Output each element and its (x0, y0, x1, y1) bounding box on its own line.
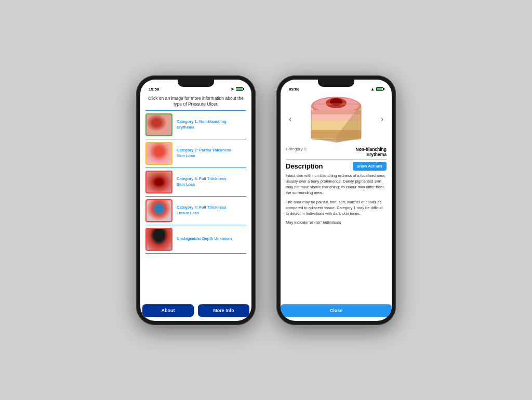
battery-icon (236, 87, 243, 91)
arrow-icon: ➤ (231, 87, 234, 92)
category-info-row: Category 1: Non-blanching Erythema (286, 147, 387, 160)
category-list: Category 1: Non-blanchingErythema Catego… (145, 110, 246, 300)
phone1-notch (178, 80, 214, 87)
category-name: Non-blanching Erythema (335, 147, 387, 157)
cat2-image[interactable] (145, 142, 172, 165)
cat4-image[interactable] (145, 199, 172, 222)
cat1-label: Category 1: Non-blanchingErythema (177, 119, 227, 130)
cat3-image[interactable] (145, 171, 172, 193)
phone2-status-icons: ▲ (370, 87, 383, 92)
next-arrow[interactable]: › (378, 112, 387, 126)
phone-2: 09:06 ▲ ‹ (276, 75, 396, 325)
desc-para-1: Intact skin with non-blanching redness o… (286, 173, 387, 196)
description-header: Description Show Actions (286, 162, 387, 171)
cat1-image[interactable] (145, 113, 172, 136)
list-item[interactable]: Category 4: Full ThicknessTissue Loss (145, 197, 246, 225)
cat3-label: Category 3: Full ThicknessSkin Loss (177, 176, 226, 187)
desc-para-2: The area may be painful, firm, soft, war… (286, 199, 387, 217)
desc-para-3: May indicate "at risk" individuals (286, 220, 387, 225)
phone1-screen: 15:50 ➤ Click on an image for more infor… (140, 80, 251, 321)
phone1-time: 15:50 (149, 87, 159, 92)
close-button[interactable]: Close (281, 304, 392, 317)
about-button[interactable]: About (142, 304, 194, 317)
phone2-content: ‹ (281, 94, 392, 301)
phone2-time: 09:06 (289, 87, 299, 92)
wifi-icon: ▲ (370, 87, 375, 92)
list-item[interactable]: Category 2: Partial ThicknessSkin Loss (145, 139, 246, 168)
cat4-label: Category 4: Full ThicknessTissue Loss (177, 205, 226, 216)
phone1-content: Click on an image for more information a… (140, 94, 251, 300)
list-item[interactable]: Category 1: Non-blanchingErythema (145, 110, 246, 139)
description-text: Intact skin with non-blanching redness o… (286, 173, 387, 301)
phone2-screen: 09:06 ▲ ‹ (281, 80, 392, 321)
phone2-footer: Close (281, 301, 392, 321)
phone1-footer: About More Info (140, 300, 251, 321)
svg-point-3 (330, 98, 342, 106)
phone2-battery-icon (376, 87, 383, 91)
list-item[interactable]: Unstageable: Depth Unknown (145, 225, 246, 254)
show-actions-button[interactable]: Show Actions (353, 162, 387, 171)
cat2-label: Category 2: Partial ThicknessSkin Loss (177, 148, 231, 159)
phone2-notch (318, 80, 354, 87)
more-info-button[interactable]: More Info (198, 304, 249, 317)
description-title: Description (286, 162, 323, 170)
cat5-image[interactable] (145, 228, 172, 251)
list-item[interactable]: Category 3: Full ThicknessSkin Loss (145, 168, 246, 197)
skin-image-area: ‹ (286, 94, 387, 147)
phone1-header: Click on an image for more information a… (145, 96, 246, 107)
phone1-status-icons: ➤ (231, 87, 243, 92)
skin-3d-visualization (308, 96, 365, 143)
skin-svg (308, 96, 365, 143)
phone-1: 15:50 ➤ Click on an image for more infor… (136, 75, 256, 325)
cat5-label: Unstageable: Depth Unknown (177, 236, 232, 242)
category-label: Category 1: (286, 147, 307, 151)
prev-arrow[interactable]: ‹ (286, 112, 295, 126)
